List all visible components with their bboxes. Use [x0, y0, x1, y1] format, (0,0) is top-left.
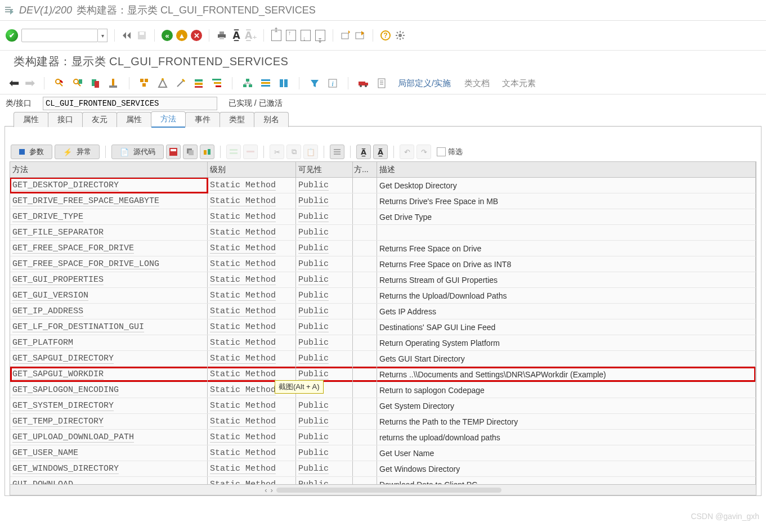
method-flag[interactable] [353, 477, 377, 484]
table-row[interactable]: GET_DRIVE_FREE_SPACE_MEGABYTEStatic Meth… [10, 193, 756, 209]
table-row[interactable]: GET_FILE_SEPARATORStatic MethodPublic [10, 225, 756, 241]
method-visibility[interactable]: Public [296, 367, 353, 382]
table-row[interactable]: GET_GUI_VERSIONStatic MethodPublicReturn… [10, 288, 756, 304]
method-level[interactable]: Static Method [208, 209, 296, 224]
method-visibility[interactable]: Public [296, 335, 353, 350]
table-row[interactable]: GET_UPLOAD_DOWNLOAD_PATHStatic MethodPub… [10, 430, 756, 445]
tab-接口[interactable]: 接口 [48, 112, 83, 127]
method-flag[interactable] [353, 414, 377, 429]
method-flag[interactable] [353, 461, 377, 476]
method-level[interactable]: Static Method [208, 241, 296, 256]
copy-icon[interactable] [183, 145, 198, 159]
method-name[interactable]: GET_GUI_PROPERTIES [10, 272, 208, 287]
last-page-icon[interactable]: ↧ [315, 30, 326, 41]
method-level[interactable]: Static Method [208, 461, 296, 476]
print-icon[interactable] [216, 30, 227, 41]
shortcut-icon[interactable] [355, 30, 366, 41]
find-method-icon[interactable]: A̲̅ [356, 145, 371, 159]
method-name[interactable]: GET_WINDOWS_DIRECTORY [10, 461, 208, 476]
method-level[interactable]: Static Method [208, 414, 296, 429]
method-level[interactable]: Static Method [208, 256, 296, 272]
method-name[interactable]: GET_SAPGUI_DIRECTORY [10, 351, 208, 366]
table-row[interactable]: GET_SAPLOGON_ENCODINGStatic MethodReturn… [10, 382, 756, 398]
where-used-icon[interactable] [138, 77, 151, 89]
tab-事件[interactable]: 事件 [185, 112, 220, 127]
col-desc[interactable]: 描述 [377, 162, 756, 177]
method-level[interactable]: Static Method [208, 304, 296, 319]
method-name[interactable]: GET_PLATFORM [10, 335, 208, 350]
cancel-button[interactable]: ✕ [191, 30, 202, 41]
col-visibility[interactable]: 可见性 [296, 162, 353, 177]
new-session-icon[interactable] [340, 30, 351, 41]
method-name[interactable]: GET_TEMP_DIRECTORY [10, 414, 208, 429]
method-flag[interactable] [353, 319, 377, 335]
exceptions-button[interactable]: ⚡异常 [55, 145, 100, 159]
table-row[interactable]: GET_USER_NAMEStatic MethodPublicGet User… [10, 445, 756, 461]
sap-menu-icon[interactable] [3, 4, 15, 16]
table-row[interactable]: GET_LF_FOR_DESTINATION_GUIStatic MethodP… [10, 319, 756, 335]
table-row[interactable]: GET_FREE_SPACE_FOR_DRIVEStatic MethodPub… [10, 241, 756, 256]
method-name[interactable]: GET_UPLOAD_DOWNLOAD_PATH [10, 430, 208, 445]
exit-button[interactable]: ▲ [176, 30, 187, 41]
method-level[interactable]: Static Method [208, 193, 296, 209]
method-level[interactable]: Static Method [208, 398, 296, 413]
h-scrollbar[interactable]: ‹ › [10, 484, 756, 495]
first-page-icon[interactable]: ↥ [271, 30, 282, 41]
method-visibility[interactable]: Public [296, 351, 353, 366]
class-icon[interactable] [192, 77, 205, 89]
method-visibility[interactable]: Public [296, 288, 353, 303]
method-visibility[interactable]: Public [296, 398, 353, 413]
method-flag[interactable] [353, 430, 377, 445]
method-level[interactable]: Static Method [208, 225, 296, 240]
method-name[interactable]: GET_SAPGUI_WORKDIR [10, 367, 208, 382]
enter-button[interactable] [6, 29, 18, 42]
tab-类型[interactable]: 类型 [220, 112, 254, 127]
method-name[interactable]: GET_IP_ADDRESS [10, 304, 208, 319]
tab-别名[interactable]: 别名 [254, 112, 289, 127]
method-level[interactable]: Static Method [208, 319, 296, 335]
transport-icon[interactable] [357, 77, 370, 89]
method-name[interactable]: GET_FREE_SPACE_FOR_DRIVE_LONG [10, 256, 208, 272]
tab-属性[interactable]: 属性 [117, 112, 151, 127]
method-flag[interactable] [353, 241, 377, 256]
method-level[interactable]: Static Method [208, 288, 296, 303]
method-visibility[interactable]: Public [296, 178, 353, 193]
type-icon[interactable] [277, 77, 290, 89]
method-flag[interactable] [353, 225, 377, 240]
find-next-method-icon[interactable]: A̲̅ [373, 145, 388, 159]
method-name[interactable]: GET_FREE_SPACE_FOR_DRIVE [10, 241, 208, 256]
test-icon[interactable] [156, 77, 169, 89]
method-flag[interactable] [353, 351, 377, 366]
method-visibility[interactable]: Public [296, 461, 353, 476]
back-button[interactable]: « [162, 30, 173, 41]
method-name[interactable]: GET_SAPLOGON_ENCODING [10, 382, 208, 398]
method-flag[interactable] [353, 288, 377, 303]
method-visibility[interactable]: Public [296, 414, 353, 429]
select-all-icon[interactable] [330, 145, 344, 159]
method-level[interactable]: Static Method [208, 351, 296, 366]
method-level[interactable]: Static Method [208, 367, 296, 382]
next-page-icon[interactable]: ↓ [300, 30, 311, 41]
other-object-icon[interactable] [71, 77, 84, 89]
method-flag[interactable] [353, 193, 377, 209]
source-button[interactable]: 📄源代码 [111, 145, 164, 159]
method-visibility[interactable]: Public [296, 272, 353, 287]
tab-方法[interactable]: 方法 [151, 111, 186, 127]
method-visibility[interactable]: Public [296, 319, 353, 335]
method-name[interactable]: GET_DRIVE_TYPE [10, 209, 208, 224]
method-name[interactable]: GET_FILE_SEPARATOR [10, 225, 208, 240]
method-name[interactable]: GET_SYSTEM_DIRECTORY [10, 398, 208, 413]
tab-属性[interactable]: 属性 [14, 112, 48, 127]
hierarchy-icon[interactable] [210, 77, 223, 89]
filter-icon[interactable] [308, 77, 321, 89]
method-flag[interactable] [353, 178, 377, 193]
filter-checkbox[interactable] [437, 147, 446, 156]
table-row[interactable]: GET_FREE_SPACE_FOR_DRIVE_LONGStatic Meth… [10, 256, 756, 272]
table-row[interactable]: GET_WINDOWS_DIRECTORYStatic MethodPublic… [10, 461, 756, 477]
scroll-left-icon[interactable]: ‹ [265, 486, 267, 494]
method-level[interactable]: Static Method [208, 477, 296, 484]
method-flag[interactable] [353, 335, 377, 350]
prev-page-icon[interactable]: ↑ [285, 30, 297, 41]
method-visibility[interactable]: Public [296, 225, 353, 240]
table-row[interactable]: GET_SYSTEM_DIRECTORYStatic MethodPublicG… [10, 398, 756, 414]
